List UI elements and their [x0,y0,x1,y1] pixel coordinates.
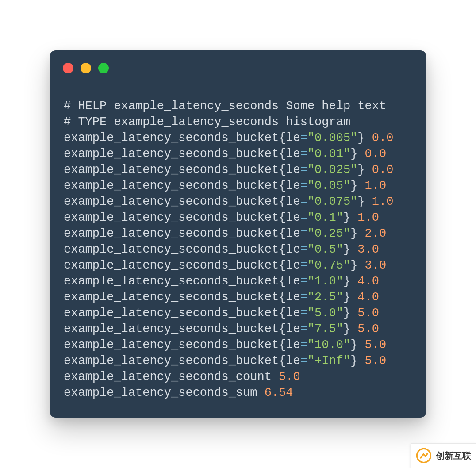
metric-value: 6.54 [265,386,293,399]
brace-close: } [343,307,350,320]
bucket-line: example_latency_seconds_bucket{le="+Inf"… [64,353,416,369]
bucket-line: example_latency_seconds_bucket{le="0.25"… [64,226,416,242]
equals-sign: = [300,338,307,352]
bucket-line: example_latency_seconds_bucket{le="10.0"… [64,337,416,353]
equals-sign: = [300,291,307,304]
brace-close: } [350,338,357,352]
metric-name: example_latency_seconds_bucket [64,243,279,256]
type-text: # TYPE example_latency_seconds histogram [64,115,350,129]
brace-close: } [350,179,357,192]
brace-open: { [279,163,286,176]
metric-name: example_latency_seconds_bucket [64,147,279,161]
label-value: "0.75" [307,259,350,272]
brace-close: } [350,147,357,161]
bucket-line: example_latency_seconds_bucket{le="0.1"}… [64,210,416,226]
equals-sign: = [300,227,307,240]
label-key: le [286,259,300,272]
metric-value: 5.0 [365,354,387,368]
metric-name: example_latency_seconds_bucket [64,307,279,320]
metric-name: example_latency_seconds_bucket [64,227,279,240]
bucket-line: example_latency_seconds_bucket{le="5.0"}… [64,305,416,321]
equals-sign: = [300,131,307,145]
metric-name: example_latency_seconds_bucket [64,211,279,224]
metric-value: 4.0 [357,291,379,304]
brace-close: } [343,322,350,336]
brace-close: } [343,275,350,288]
label-value: "7.5" [307,322,343,336]
metric-value: 1.0 [372,195,394,208]
bucket-line: example_latency_seconds_bucket{le="1.0"}… [64,273,416,289]
label-value: "0.075" [307,195,357,208]
label-value: "+Inf" [307,354,350,368]
type-line: # TYPE example_latency_seconds histogram [64,114,416,130]
equals-sign: = [300,179,307,192]
bucket-line: example_latency_seconds_bucket{le="0.025… [64,162,416,178]
label-key: le [286,147,300,161]
label-value: "0.01" [307,147,350,161]
equals-sign: = [300,307,307,320]
brace-open: { [279,131,286,145]
code-content: # HELP example_latency_seconds Some help… [64,98,416,401]
brace-open: { [279,338,286,352]
equals-sign: = [300,211,307,224]
label-key: le [286,131,300,145]
label-value: "0.25" [307,227,350,240]
metric-name: example_latency_seconds_bucket [64,275,279,288]
label-value: "5.0" [307,307,343,320]
label-key: le [286,322,300,336]
brace-open: { [279,147,286,161]
label-key: le [286,195,300,208]
brace-close: } [343,291,350,304]
metric-name: example_latency_seconds_bucket [64,354,279,368]
brace-open: { [279,354,286,368]
metric-value: 5.0 [357,307,379,320]
brace-close: } [350,227,357,240]
equals-sign: = [300,163,307,176]
label-key: le [286,291,300,304]
metric-value: 5.0 [357,322,379,336]
metric-value: 0.0 [365,147,387,161]
bucket-line: example_latency_seconds_bucket{le="0.75"… [64,257,416,273]
metric-name: example_latency_seconds_bucket [64,163,279,176]
label-value: "1.0" [307,275,343,288]
metric-value: 5.0 [279,370,300,384]
equals-sign: = [300,243,307,256]
label-value: "0.5" [307,243,343,256]
close-icon[interactable] [63,63,73,73]
bucket-line: example_latency_seconds_bucket{le="0.05"… [64,178,416,194]
brace-close: } [343,211,350,224]
brace-open: { [279,322,286,336]
equals-sign: = [300,322,307,336]
label-value: "0.005" [307,131,357,145]
label-key: le [286,354,300,368]
bucket-line: example_latency_seconds_bucket{le="0.005… [64,130,416,146]
label-value: "0.1" [307,211,343,224]
bucket-line: example_latency_seconds_bucket{le="0.01"… [64,146,416,162]
help-text: # HELP example_latency_seconds Some help… [64,100,386,113]
label-key: le [286,243,300,256]
minimize-icon[interactable] [81,63,91,73]
watermark-text: 创新互联 [436,450,471,462]
bucket-line: example_latency_seconds_bucket{le="0.075… [64,194,416,210]
label-key: le [286,163,300,176]
equals-sign: = [300,195,307,208]
metric-name: example_latency_seconds_bucket [64,195,279,208]
brace-close: } [343,243,350,256]
metric-name: example_latency_seconds_sum [64,386,265,399]
label-key: le [286,307,300,320]
brace-open: { [279,275,286,288]
equals-sign: = [300,259,307,272]
brace-open: { [279,211,286,224]
maximize-icon[interactable] [98,63,109,73]
metric-value: 4.0 [357,275,379,288]
brace-open: { [279,227,286,240]
metric-value: 5.0 [365,338,387,352]
brace-open: { [279,243,286,256]
watermark-logo-icon [416,448,431,463]
label-key: le [286,227,300,240]
brace-close: } [357,163,365,176]
brace-open: { [279,259,286,272]
bucket-line: example_latency_seconds_bucket{le="7.5"}… [64,321,416,337]
metric-value: 2.0 [365,227,387,240]
window-controls [63,63,109,73]
